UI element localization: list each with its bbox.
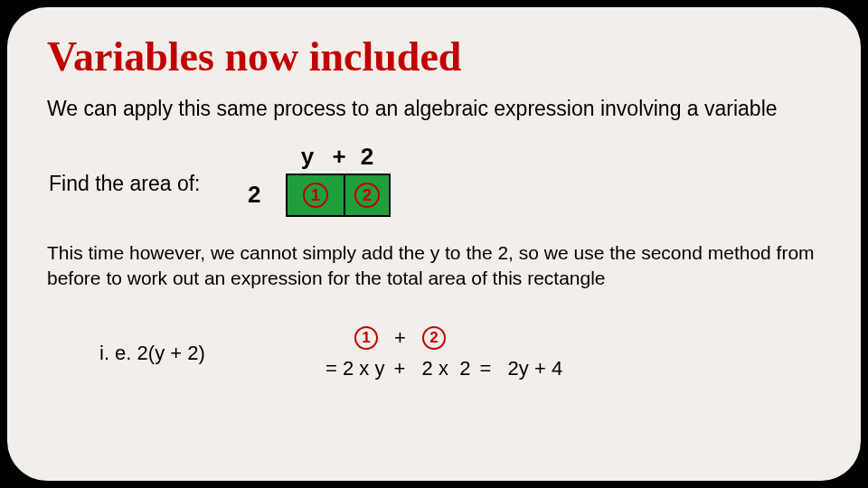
top-labels: y + 2 — [286, 143, 385, 171]
slide: Variables now included We can apply this… — [7, 7, 861, 481]
badge-2: 2 — [422, 326, 446, 350]
ie-expression: i. e. 2(y + 2) — [99, 342, 326, 365]
term-2: + 2 x 2 — [393, 357, 470, 380]
rectangle: 1 2 — [286, 174, 391, 217]
region-1-badge: 1 — [303, 183, 328, 208]
area-figure: 2 y + 2 1 2 — [275, 143, 420, 224]
top-2: 2 — [349, 143, 385, 171]
plus-sign: + — [394, 326, 406, 350]
calc-line-2: = 2 x y + 2 x 2 = 2y + 4 — [326, 357, 562, 380]
result: = 2y + 4 — [479, 357, 562, 380]
calc-line-1: 1 + 2 — [326, 326, 562, 350]
find-label: Find the area of: — [49, 172, 266, 196]
calculation: 1 + 2 = 2 x y + 2 x 2 = 2y + 4 — [326, 326, 562, 380]
top-y: y — [286, 143, 329, 171]
region-1: 1 — [286, 174, 344, 217]
bottom-row: i. e. 2(y + 2) 1 + 2 = 2 x y + 2 x 2 = 2… — [47, 326, 821, 380]
term-1: = 2 x y — [326, 357, 384, 380]
slide-title: Variables now included — [47, 33, 821, 80]
side-length: 2 — [248, 181, 260, 209]
region-2: 2 — [344, 174, 391, 217]
top-plus: + — [329, 143, 349, 171]
intro-text: We can apply this same process to an alg… — [47, 97, 821, 121]
region-2-badge: 2 — [354, 183, 380, 208]
figure-row: Find the area of: 2 y + 2 1 2 — [47, 143, 821, 224]
explanation-text: This time however, we cannot simply add … — [47, 240, 821, 292]
badge-1: 1 — [354, 326, 378, 350]
